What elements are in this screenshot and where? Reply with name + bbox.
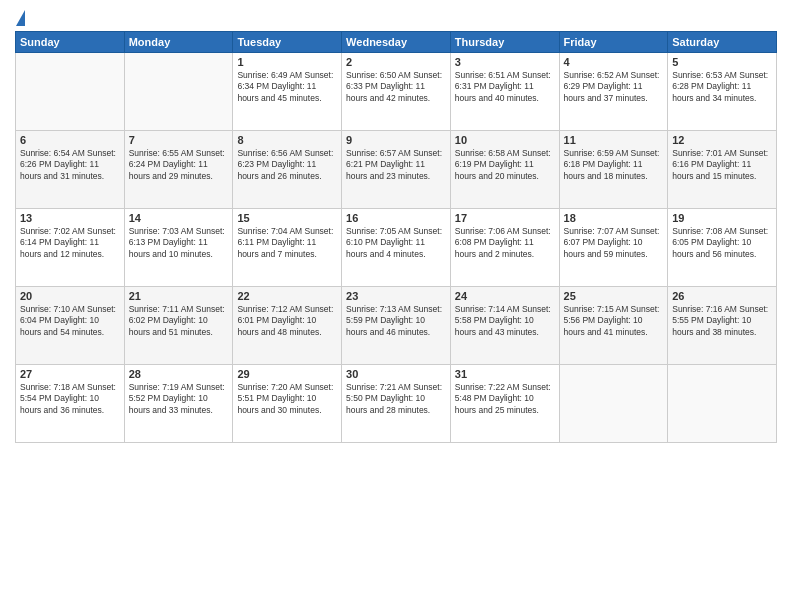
day-number: 20 <box>20 290 120 302</box>
calendar-cell: 23Sunrise: 7:13 AM Sunset: 5:59 PM Dayli… <box>342 287 451 365</box>
calendar-day-header: Thursday <box>450 32 559 53</box>
calendar-cell: 17Sunrise: 7:06 AM Sunset: 6:08 PM Dayli… <box>450 209 559 287</box>
day-number: 22 <box>237 290 337 302</box>
day-number: 19 <box>672 212 772 224</box>
day-number: 11 <box>564 134 664 146</box>
calendar-cell: 22Sunrise: 7:12 AM Sunset: 6:01 PM Dayli… <box>233 287 342 365</box>
calendar-day-header: Saturday <box>668 32 777 53</box>
day-info: Sunrise: 7:16 AM Sunset: 5:55 PM Dayligh… <box>672 304 772 338</box>
calendar-cell: 5Sunrise: 6:53 AM Sunset: 6:28 PM Daylig… <box>668 53 777 131</box>
header <box>15 10 777 26</box>
day-number: 3 <box>455 56 555 68</box>
calendar-cell <box>668 365 777 443</box>
calendar-cell: 7Sunrise: 6:55 AM Sunset: 6:24 PM Daylig… <box>124 131 233 209</box>
calendar-cell: 29Sunrise: 7:20 AM Sunset: 5:51 PM Dayli… <box>233 365 342 443</box>
calendar-cell: 30Sunrise: 7:21 AM Sunset: 5:50 PM Dayli… <box>342 365 451 443</box>
logo <box>15 10 25 26</box>
day-number: 25 <box>564 290 664 302</box>
calendar-cell: 24Sunrise: 7:14 AM Sunset: 5:58 PM Dayli… <box>450 287 559 365</box>
day-info: Sunrise: 7:11 AM Sunset: 6:02 PM Dayligh… <box>129 304 229 338</box>
day-number: 18 <box>564 212 664 224</box>
day-info: Sunrise: 7:20 AM Sunset: 5:51 PM Dayligh… <box>237 382 337 416</box>
day-number: 17 <box>455 212 555 224</box>
day-number: 30 <box>346 368 446 380</box>
day-info: Sunrise: 6:57 AM Sunset: 6:21 PM Dayligh… <box>346 148 446 182</box>
calendar-day-header: Friday <box>559 32 668 53</box>
day-number: 13 <box>20 212 120 224</box>
day-info: Sunrise: 7:12 AM Sunset: 6:01 PM Dayligh… <box>237 304 337 338</box>
day-info: Sunrise: 6:52 AM Sunset: 6:29 PM Dayligh… <box>564 70 664 104</box>
calendar-week-row: 13Sunrise: 7:02 AM Sunset: 6:14 PM Dayli… <box>16 209 777 287</box>
calendar-cell: 2Sunrise: 6:50 AM Sunset: 6:33 PM Daylig… <box>342 53 451 131</box>
day-number: 29 <box>237 368 337 380</box>
calendar-cell: 11Sunrise: 6:59 AM Sunset: 6:18 PM Dayli… <box>559 131 668 209</box>
calendar-week-row: 6Sunrise: 6:54 AM Sunset: 6:26 PM Daylig… <box>16 131 777 209</box>
calendar-cell: 4Sunrise: 6:52 AM Sunset: 6:29 PM Daylig… <box>559 53 668 131</box>
calendar-cell: 18Sunrise: 7:07 AM Sunset: 6:07 PM Dayli… <box>559 209 668 287</box>
day-info: Sunrise: 6:56 AM Sunset: 6:23 PM Dayligh… <box>237 148 337 182</box>
day-info: Sunrise: 7:05 AM Sunset: 6:10 PM Dayligh… <box>346 226 446 260</box>
day-info: Sunrise: 7:21 AM Sunset: 5:50 PM Dayligh… <box>346 382 446 416</box>
day-info: Sunrise: 7:18 AM Sunset: 5:54 PM Dayligh… <box>20 382 120 416</box>
day-info: Sunrise: 7:13 AM Sunset: 5:59 PM Dayligh… <box>346 304 446 338</box>
day-number: 5 <box>672 56 772 68</box>
calendar-day-header: Tuesday <box>233 32 342 53</box>
calendar-cell: 25Sunrise: 7:15 AM Sunset: 5:56 PM Dayli… <box>559 287 668 365</box>
logo-triangle-icon <box>16 10 25 26</box>
calendar-cell: 19Sunrise: 7:08 AM Sunset: 6:05 PM Dayli… <box>668 209 777 287</box>
day-info: Sunrise: 6:59 AM Sunset: 6:18 PM Dayligh… <box>564 148 664 182</box>
calendar-cell: 21Sunrise: 7:11 AM Sunset: 6:02 PM Dayli… <box>124 287 233 365</box>
day-number: 14 <box>129 212 229 224</box>
calendar-cell: 15Sunrise: 7:04 AM Sunset: 6:11 PM Dayli… <box>233 209 342 287</box>
day-info: Sunrise: 6:51 AM Sunset: 6:31 PM Dayligh… <box>455 70 555 104</box>
day-info: Sunrise: 6:55 AM Sunset: 6:24 PM Dayligh… <box>129 148 229 182</box>
day-info: Sunrise: 7:01 AM Sunset: 6:16 PM Dayligh… <box>672 148 772 182</box>
day-info: Sunrise: 6:58 AM Sunset: 6:19 PM Dayligh… <box>455 148 555 182</box>
calendar-cell: 31Sunrise: 7:22 AM Sunset: 5:48 PM Dayli… <box>450 365 559 443</box>
calendar: SundayMondayTuesdayWednesdayThursdayFrid… <box>15 31 777 443</box>
day-info: Sunrise: 6:50 AM Sunset: 6:33 PM Dayligh… <box>346 70 446 104</box>
day-info: Sunrise: 7:04 AM Sunset: 6:11 PM Dayligh… <box>237 226 337 260</box>
calendar-day-header: Sunday <box>16 32 125 53</box>
calendar-cell: 26Sunrise: 7:16 AM Sunset: 5:55 PM Dayli… <box>668 287 777 365</box>
day-info: Sunrise: 7:07 AM Sunset: 6:07 PM Dayligh… <box>564 226 664 260</box>
day-number: 24 <box>455 290 555 302</box>
calendar-cell: 27Sunrise: 7:18 AM Sunset: 5:54 PM Dayli… <box>16 365 125 443</box>
day-number: 28 <box>129 368 229 380</box>
day-info: Sunrise: 7:19 AM Sunset: 5:52 PM Dayligh… <box>129 382 229 416</box>
calendar-cell <box>16 53 125 131</box>
day-info: Sunrise: 7:14 AM Sunset: 5:58 PM Dayligh… <box>455 304 555 338</box>
calendar-week-row: 27Sunrise: 7:18 AM Sunset: 5:54 PM Dayli… <box>16 365 777 443</box>
calendar-cell <box>559 365 668 443</box>
calendar-week-row: 1Sunrise: 6:49 AM Sunset: 6:34 PM Daylig… <box>16 53 777 131</box>
day-info: Sunrise: 6:53 AM Sunset: 6:28 PM Dayligh… <box>672 70 772 104</box>
calendar-cell: 16Sunrise: 7:05 AM Sunset: 6:10 PM Dayli… <box>342 209 451 287</box>
calendar-cell: 20Sunrise: 7:10 AM Sunset: 6:04 PM Dayli… <box>16 287 125 365</box>
calendar-cell: 12Sunrise: 7:01 AM Sunset: 6:16 PM Dayli… <box>668 131 777 209</box>
calendar-day-header: Wednesday <box>342 32 451 53</box>
day-number: 2 <box>346 56 446 68</box>
day-number: 26 <box>672 290 772 302</box>
day-number: 15 <box>237 212 337 224</box>
day-number: 7 <box>129 134 229 146</box>
day-number: 10 <box>455 134 555 146</box>
calendar-cell: 6Sunrise: 6:54 AM Sunset: 6:26 PM Daylig… <box>16 131 125 209</box>
calendar-cell <box>124 53 233 131</box>
calendar-week-row: 20Sunrise: 7:10 AM Sunset: 6:04 PM Dayli… <box>16 287 777 365</box>
day-info: Sunrise: 7:03 AM Sunset: 6:13 PM Dayligh… <box>129 226 229 260</box>
page-container: SundayMondayTuesdayWednesdayThursdayFrid… <box>0 0 792 448</box>
day-number: 4 <box>564 56 664 68</box>
calendar-cell: 1Sunrise: 6:49 AM Sunset: 6:34 PM Daylig… <box>233 53 342 131</box>
calendar-cell: 13Sunrise: 7:02 AM Sunset: 6:14 PM Dayli… <box>16 209 125 287</box>
day-info: Sunrise: 6:49 AM Sunset: 6:34 PM Dayligh… <box>237 70 337 104</box>
day-number: 21 <box>129 290 229 302</box>
calendar-cell: 3Sunrise: 6:51 AM Sunset: 6:31 PM Daylig… <box>450 53 559 131</box>
day-info: Sunrise: 7:10 AM Sunset: 6:04 PM Dayligh… <box>20 304 120 338</box>
day-info: Sunrise: 7:06 AM Sunset: 6:08 PM Dayligh… <box>455 226 555 260</box>
calendar-header-row: SundayMondayTuesdayWednesdayThursdayFrid… <box>16 32 777 53</box>
calendar-cell: 28Sunrise: 7:19 AM Sunset: 5:52 PM Dayli… <box>124 365 233 443</box>
day-number: 1 <box>237 56 337 68</box>
day-number: 6 <box>20 134 120 146</box>
day-info: Sunrise: 7:22 AM Sunset: 5:48 PM Dayligh… <box>455 382 555 416</box>
day-info: Sunrise: 7:15 AM Sunset: 5:56 PM Dayligh… <box>564 304 664 338</box>
